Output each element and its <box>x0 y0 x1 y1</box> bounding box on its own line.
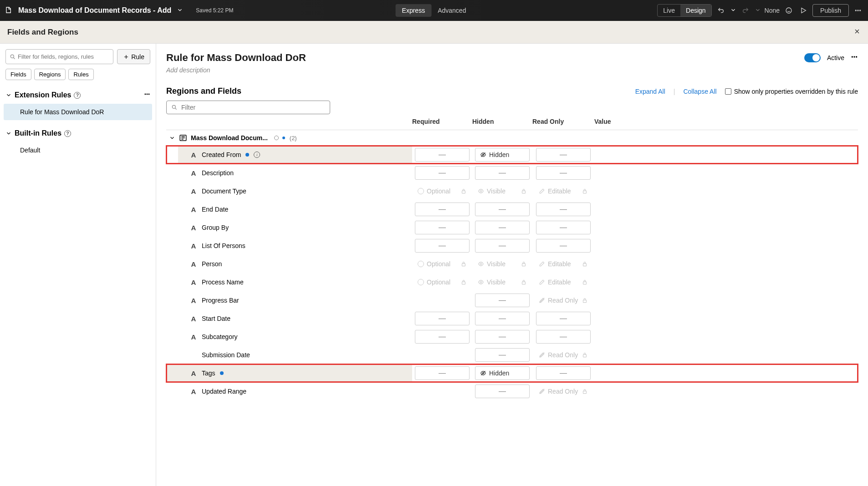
cell-hidden[interactable]: — <box>475 221 530 234</box>
field-row[interactable]: AEnd Date——— <box>166 200 858 218</box>
close-button[interactable] <box>853 27 861 37</box>
cell-hidden-hidden[interactable]: Hidden <box>475 366 530 380</box>
collapse-all-link[interactable]: Collapse All <box>683 88 716 95</box>
field-row[interactable]: ASubmission Date—Read Only <box>166 346 858 364</box>
advanced-tab[interactable]: Advanced <box>431 4 472 17</box>
field-row[interactable]: AGroup By——— <box>166 218 858 237</box>
cell-hidden-hidden[interactable]: Hidden <box>475 148 530 162</box>
cell-required[interactable]: — <box>415 148 470 162</box>
field-row[interactable]: ATags—Hidden— <box>166 364 858 382</box>
cell-readonly-editable[interactable]: Editable <box>536 184 591 198</box>
cell-hidden-visible[interactable]: Visible <box>475 257 530 271</box>
cell-required-optional[interactable]: Optional <box>415 184 470 198</box>
cell-required-optional[interactable]: Optional <box>415 257 470 271</box>
regions-filter-input[interactable] <box>181 104 325 111</box>
cell-readonly[interactable]: — <box>536 366 591 380</box>
cell-readonly[interactable]: — <box>536 202 591 216</box>
subheader: Fields and Regions <box>0 21 868 44</box>
redo-button[interactable] <box>740 5 751 16</box>
cell-hidden[interactable]: — <box>475 294 530 307</box>
cell-readonly[interactable]: — <box>536 239 591 253</box>
cell-readonly-readonly[interactable]: Read Only <box>536 385 591 398</box>
show-overridden-checkbox[interactable]: Show only properties overridden by this … <box>725 88 858 95</box>
add-rule-button[interactable]: Rule <box>117 49 150 64</box>
cell-hidden[interactable]: — <box>475 202 530 216</box>
field-row[interactable]: ACreated Fromi—Hidden— <box>166 146 858 164</box>
sidebar-item-rule[interactable]: Rule for Mass Download DoR <box>4 104 152 120</box>
field-row[interactable]: AUpdated Range—Read Only <box>166 382 858 400</box>
regions-filter[interactable] <box>166 101 330 114</box>
tab-rules[interactable]: Rules <box>68 69 93 80</box>
chevron-down-icon <box>169 135 175 141</box>
field-row[interactable]: ASubcategory——— <box>166 328 858 346</box>
cell-required-optional[interactable]: Optional <box>415 275 470 289</box>
help-icon[interactable]: ? <box>64 130 71 137</box>
more-icon[interactable] <box>851 53 858 62</box>
cell-required[interactable]: — <box>415 330 470 344</box>
sidebar-search-input[interactable] <box>16 51 109 62</box>
field-name: Updated Range <box>202 388 246 395</box>
cell-hidden[interactable]: — <box>475 330 530 344</box>
field-name: Description <box>202 169 234 177</box>
cell-readonly-readonly[interactable]: Read Only <box>536 348 591 362</box>
field-row[interactable]: ADocument TypeOptionalVisibleEditable <box>166 182 858 200</box>
expand-all-link[interactable]: Expand All <box>635 88 665 95</box>
express-tab[interactable]: Express <box>396 4 432 17</box>
cell-hidden[interactable]: — <box>475 312 530 325</box>
field-row[interactable]: AProcess NameOptionalVisibleEditable <box>166 273 858 291</box>
chevron-down-icon[interactable] <box>730 7 736 15</box>
svg-rect-24 <box>522 282 526 284</box>
cell-readonly[interactable]: — <box>536 148 591 162</box>
cell-hidden[interactable]: — <box>475 348 530 362</box>
cell-required[interactable]: — <box>415 366 470 380</box>
field-row[interactable]: AStart Date——— <box>166 309 858 328</box>
info-icon[interactable]: i <box>254 152 260 158</box>
cell-required[interactable]: — <box>415 239 470 253</box>
cell-readonly[interactable]: — <box>536 312 591 325</box>
design-button[interactable]: Design <box>680 5 711 16</box>
field-row[interactable]: AProgress Bar—Read Only <box>166 291 858 309</box>
description-placeholder[interactable]: Add description <box>166 66 858 74</box>
chevron-down-icon[interactable] <box>177 7 183 15</box>
chevron-down-icon[interactable] <box>755 7 761 15</box>
builtin-rules-header[interactable]: Built-in Rules ? <box>4 127 152 140</box>
cell-required[interactable]: — <box>415 166 470 180</box>
smiley-icon[interactable] <box>783 5 794 16</box>
more-icon[interactable] <box>853 5 863 16</box>
undo-button[interactable] <box>715 5 726 16</box>
cell-hidden[interactable]: — <box>475 385 530 398</box>
publish-button[interactable]: Publish <box>812 4 849 17</box>
cell-readonly[interactable]: — <box>536 166 591 180</box>
cell-required[interactable]: — <box>415 202 470 216</box>
cell-readonly-readonly[interactable]: Read Only <box>536 294 591 307</box>
svg-point-11 <box>172 105 175 108</box>
cell-hidden-visible[interactable]: Visible <box>475 275 530 289</box>
show-overridden-label: Show only properties overridden by this … <box>734 88 858 95</box>
more-icon[interactable] <box>144 91 150 99</box>
cell-readonly[interactable]: — <box>536 221 591 234</box>
help-icon[interactable]: ? <box>74 92 81 99</box>
active-toggle[interactable] <box>804 53 821 62</box>
cell-readonly-editable[interactable]: Editable <box>536 257 591 271</box>
svg-point-10 <box>856 56 857 57</box>
cell-hidden-visible[interactable]: Visible <box>475 184 530 198</box>
live-button[interactable]: Live <box>658 5 680 16</box>
cell-readonly[interactable]: — <box>536 330 591 344</box>
cell-required[interactable]: — <box>415 221 470 234</box>
field-row[interactable]: ADescription——— <box>166 164 858 182</box>
field-name-cell: AGroup By <box>166 218 412 237</box>
sidebar-item-default[interactable]: Default <box>4 142 152 158</box>
tab-regions[interactable]: Regions <box>34 69 66 80</box>
cell-required[interactable]: — <box>415 312 470 325</box>
sidebar-search[interactable] <box>5 49 113 64</box>
layout-none[interactable]: None <box>765 7 780 14</box>
play-icon[interactable] <box>798 5 809 16</box>
tab-fields[interactable]: Fields <box>5 69 31 80</box>
cell-readonly-editable[interactable]: Editable <box>536 275 591 289</box>
field-row[interactable]: AList Of Persons——— <box>166 237 858 255</box>
cell-hidden[interactable]: — <box>475 239 530 253</box>
group-row[interactable]: Mass Download Docum... (2) <box>166 130 858 146</box>
field-row[interactable]: APersonOptionalVisibleEditable <box>166 255 858 273</box>
cell-hidden[interactable]: — <box>475 166 530 180</box>
extension-rules-header[interactable]: Extension Rules ? <box>4 88 152 102</box>
